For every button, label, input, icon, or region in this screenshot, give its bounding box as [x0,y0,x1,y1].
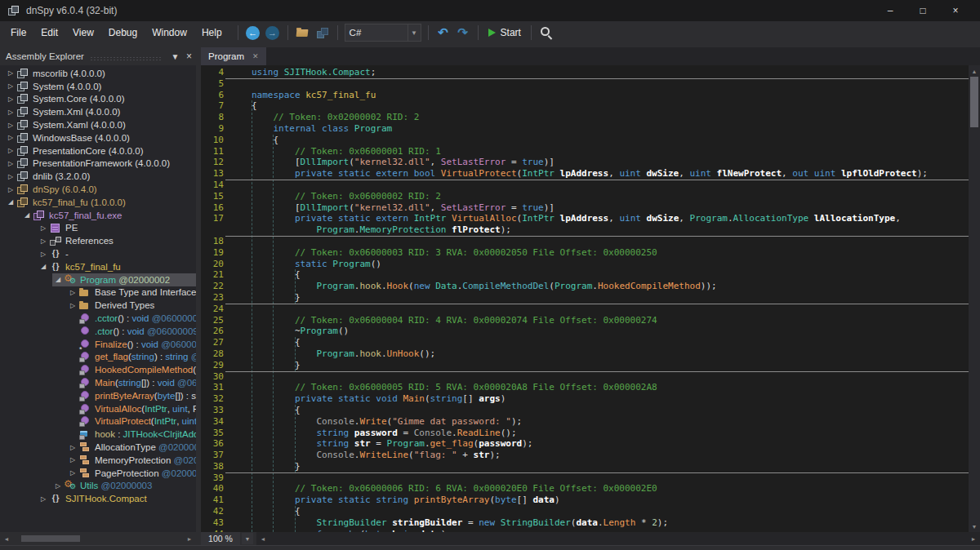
tree-item-main[interactable]: Main(string[]) : void @060 [0,376,196,389]
tree-item-presentationframework[interactable]: ▷PresentationFramework (4.0.0.0) [0,157,196,171]
tree-item-system[interactable]: ▷System (4.0.0.0) [0,80,196,93]
chevron-down-icon[interactable]: ▼ [408,24,421,41]
toolbar-separator [287,25,288,40]
expander-icon[interactable]: ▷ [5,147,16,154]
expander-icon[interactable]: ▷ [67,302,78,309]
navigate-forward-button[interactable]: → [264,24,282,42]
expander-icon[interactable]: ▷ [5,109,16,116]
tree-item-derived-types[interactable]: ▷Derived Types [0,299,196,312]
tree-item-pe[interactable]: ▷PE [0,222,196,235]
expander-icon[interactable]: ◢ [52,276,64,283]
tree-item-sjithook-compact[interactable]: ▷SJITHook.Compact [0,492,196,505]
expander-icon[interactable]: ▷ [38,224,49,232]
vertical-scrollbar-thumb[interactable] [970,77,978,127]
tree-item-system-xaml[interactable]: ▷System.Xaml (4.0.0.0) [0,118,196,131]
undo-button[interactable]: ↶ [434,24,452,42]
tree-item-hook[interactable]: hook : JITHook<ClrjitAdd [0,428,196,441]
open-file-button[interactable] [294,24,312,42]
expander-icon[interactable]: ◢ [38,263,49,270]
tree-item-allocationtype[interactable]: ▷AllocationType @0200000 [0,441,196,454]
tree-item-virtualalloc[interactable]: VirtualAlloc(IntPtr, uint, P [0,402,196,415]
tree-item-dnspy[interactable]: ▷dnSpy (6.0.4.0) [0,183,196,196]
tree-item-windowsbase[interactable]: ▷WindowsBase (4.0.0.0) [0,131,196,144]
search-icon [540,26,553,39]
menu-window[interactable]: Window [145,24,194,42]
tree-item-presentationcore[interactable]: ▷PresentationCore (4.0.0.0) [0,144,196,157]
tree-item-memoryprotection[interactable]: ▷MemoryProtection @020 [0,454,196,467]
tree-item-hookedcompilemethod[interactable]: HookedCompileMethod( [0,363,196,376]
tree-item-kc57-final-fu-exe[interactable]: ◢kc57_final_fu.exe [0,209,196,222]
redo-button[interactable]: ↷ [454,24,472,42]
menu-edit[interactable]: Edit [33,24,65,42]
menu-file[interactable]: File [3,24,33,42]
tab-close-icon[interactable]: ✕ [252,52,259,60]
expander-icon[interactable]: ▷ [67,289,78,296]
search-button[interactable] [537,24,555,42]
panel-menu-button[interactable]: ▼ [168,52,182,61]
tree-item-mscorlib[interactable]: ▷mscorlib (4.0.0.0) [0,67,196,80]
expander-icon[interactable]: ◢ [21,211,33,219]
tree-item-dnlib[interactable]: ▷dnlib (3.2.0.0) [0,170,196,183]
tree-item-finalize[interactable]: Finalize() : void @0600000 [0,338,196,351]
expander-icon[interactable]: ▷ [67,444,78,451]
language-select[interactable]: C# ▼ [345,24,421,42]
navigate-back-button[interactable]: ← [244,24,262,42]
expander-icon[interactable]: ▷ [5,122,16,129]
scroll-right-icon[interactable]: ► [183,536,196,542]
tree-item-kc57-final-fu[interactable]: ◢kc57_final_fu (1.0.0.0) [0,196,196,209]
tree-item-pageprotection[interactable]: ▷PageProtection @020000 [0,467,196,480]
scroll-up-icon[interactable]: ▲ [969,65,980,77]
scroll-left-icon[interactable]: ◄ [256,536,270,542]
save-all-button[interactable] [314,24,332,42]
enum-icon [78,468,91,479]
tree-item-get-flag[interactable]: get_flag(string) : string @ [0,351,196,364]
close-button[interactable]: × [939,5,972,16]
expander-icon[interactable]: ▷ [38,251,49,258]
expander-icon[interactable]: ▷ [5,160,16,167]
vertical-scrollbar[interactable]: ▲ ▼ [969,65,980,532]
expander-icon[interactable]: ◢ [5,198,16,206]
zoom-level[interactable]: 100 % [201,532,240,545]
tree-item-namespace-kc57-final-fu[interactable]: ◢kc57_final_fu [0,260,196,273]
panel-close-button[interactable]: × [182,51,196,62]
tree-item-cctor[interactable]: .cctor() : void @06000003 [0,312,196,325]
expander-icon[interactable]: ▷ [5,173,16,180]
expander-icon[interactable]: ▷ [5,82,16,90]
horizontal-scrollbar[interactable]: ◄ ► [256,532,980,545]
maximize-button[interactable]: □ [906,5,939,16]
zoom-dropdown-button[interactable]: ▼ [242,533,253,544]
expander-icon[interactable]: ▷ [38,237,49,245]
menu-view[interactable]: View [65,24,101,42]
scroll-right-icon[interactable]: ► [967,536,980,542]
tree-item-system-xml[interactable]: ▷System.Xml (4.0.0.0) [0,105,196,118]
tree-item-system-core[interactable]: ▷System.Core (4.0.0.0) [0,93,196,106]
menu-debug[interactable]: Debug [101,24,145,42]
line-number: 11 [201,146,252,157]
expander-icon[interactable]: ▷ [38,495,49,503]
minimize-button[interactable]: – [874,5,906,16]
tree-item-program[interactable]: ◢Program @02000002 [0,273,196,286]
expander-icon[interactable]: ▷ [5,95,16,103]
tree-item-utils[interactable]: ▷Utils @02000003 [0,480,196,493]
tab-program[interactable]: Program ✕ [201,47,266,65]
start-debug-button[interactable]: Start [483,27,526,38]
scroll-left-icon[interactable]: ◄ [0,536,13,542]
tree-item-virtualprotect[interactable]: VirtualProtect(IntPtr, uint, [0,415,196,428]
expander-icon[interactable]: ▷ [5,134,16,141]
explorer-horizontal-scrollbar[interactable]: ◄ ► [0,532,196,545]
tree-item-references[interactable]: ▷References [0,234,196,247]
menu-help[interactable]: Help [194,24,229,42]
tree-item-ctor[interactable]: .ctor() : void @06000009 [0,325,196,338]
expander-icon[interactable]: ▷ [67,469,78,477]
tree-item-namespace-dash[interactable]: ▷- [0,247,196,260]
expander-icon[interactable]: ▷ [5,186,16,193]
expander-icon[interactable]: ▷ [52,482,64,490]
explorer-scrollbar-thumb[interactable] [21,535,80,542]
expander-icon[interactable]: ▷ [67,456,78,464]
tree-item-base-type-and-interfaces[interactable]: ▷Base Type and Interfaces [0,286,196,299]
code-line-36: 36 string str = Program.get_flag(passwor… [201,438,969,450]
scroll-down-icon[interactable]: ▼ [969,521,980,532]
expander-icon[interactable]: ▷ [5,69,16,77]
code-editor[interactable]: 4using SJITHook.Compact;56namespace kc57… [201,65,969,532]
tree-item-printbytearray[interactable]: printByteArray(byte[]) : st [0,389,196,402]
